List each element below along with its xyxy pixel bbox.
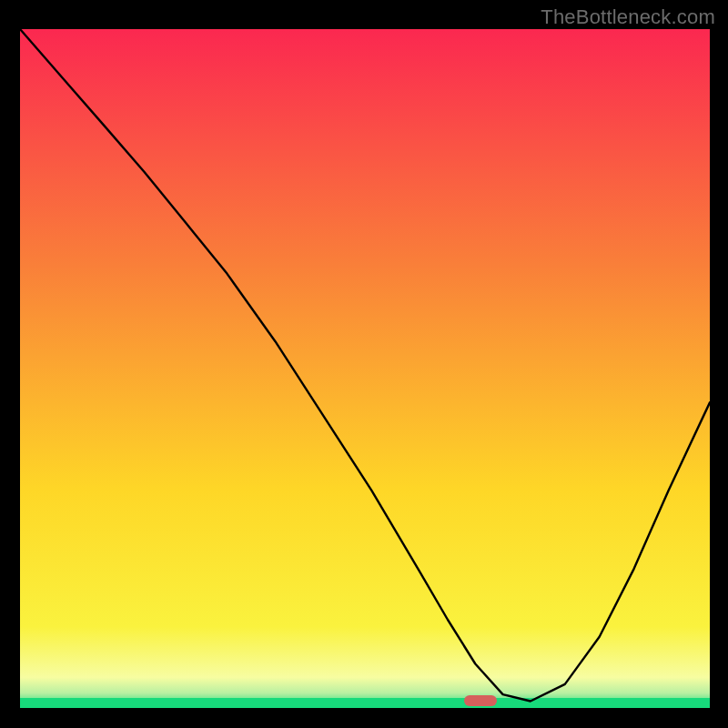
chart-frame: TheBottleneck.com [0,0,728,728]
gradient-background [20,29,710,708]
optimum-marker [464,695,497,706]
watermark-text: TheBottleneck.com [541,5,715,29]
chart-svg [20,29,710,708]
chart-plot-area [20,29,710,708]
baseline-strip [20,698,710,708]
